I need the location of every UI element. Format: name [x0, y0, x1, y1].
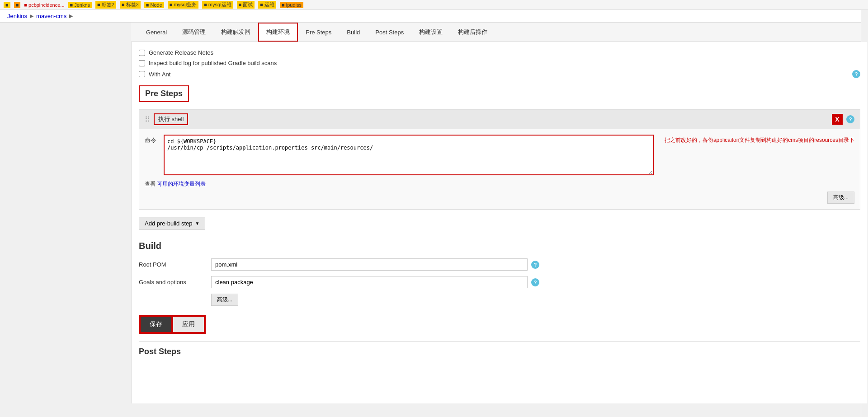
tab-general[interactable]: General: [138, 24, 175, 41]
shell-title-text: 执行 shell: [154, 113, 188, 125]
breadcrumb-sep-1: ▶: [30, 13, 33, 19]
bookmark-item[interactable]: ■ 面试: [237, 1, 255, 9]
build-section: Build Root POM ? Goals and options ? 高级.…: [139, 241, 860, 306]
breadcrumb-sep-2: ▶: [69, 13, 73, 19]
tab-bar: General 源码管理 构建触发器 构建环境 Pre Steps Build …: [131, 23, 868, 42]
dropdown-arrow-icon: ▼: [195, 221, 200, 226]
inspect-build-log-checkbox[interactable]: [139, 60, 145, 66]
env-link-prefix: 查看: [145, 181, 156, 187]
breadcrumb: Jenkins ▶ maven-cms ▶: [0, 10, 868, 23]
bookmark-item[interactable]: ■ mysql运维: [202, 1, 233, 9]
tab-source[interactable]: 源码管理: [175, 23, 213, 41]
bookmark-item[interactable]: ■ pcbpincidence...: [24, 2, 64, 8]
breadcrumb-jenkins[interactable]: Jenkins: [7, 13, 27, 19]
bookmark-item[interactable]: ■ mysql业务: [168, 1, 198, 9]
tab-trigger[interactable]: 构建触发器: [213, 23, 258, 41]
build-section-title: Build: [139, 241, 860, 251]
pre-steps-section: Pre Steps ⠿ 执行 shell X ? 命令 cd ${WORKSPA…: [139, 85, 860, 230]
close-shell-button[interactable]: X: [832, 114, 843, 125]
command-textarea-wrapper: cd ${WORKSPACE} /usr/bin/cp /scripts/app…: [164, 135, 654, 177]
pre-steps-title: Pre Steps: [139, 85, 189, 102]
shell-header: ⠿ 执行 shell X ?: [139, 110, 860, 129]
bookmark-item[interactable]: ■ 运维: [258, 1, 276, 9]
bookmark-item[interactable]: ■ Jenkns: [68, 2, 92, 8]
add-pre-build-step-button[interactable]: Add pre-build step ▼: [139, 217, 205, 230]
goals-input[interactable]: [211, 276, 528, 288]
root-pom-label: Root POM: [139, 261, 211, 268]
build-advanced-button[interactable]: 高级...: [211, 294, 238, 306]
checkbox-row-3: With Ant ?: [139, 70, 860, 78]
post-steps-title: Post Steps: [139, 341, 860, 356]
command-textarea[interactable]: cd ${WORKSPACE} /usr/bin/cp /scripts/app…: [164, 135, 654, 175]
goals-row: Goals and options ?: [139, 276, 860, 288]
goals-label: Goals and options: [139, 279, 211, 286]
tab-postbuild[interactable]: 构建后操作: [450, 23, 495, 41]
tab-settings[interactable]: 构建设置: [411, 23, 450, 41]
tab-poststeps[interactable]: Post Steps: [368, 24, 411, 41]
env-link-row: 查看 可用的环境变量列表: [145, 180, 854, 188]
with-ant-help-icon[interactable]: ?: [852, 70, 860, 78]
goals-help-icon[interactable]: ?: [531, 278, 539, 286]
root-pom-row: Root POM ?: [139, 258, 860, 271]
with-ant-checkbox[interactable]: [139, 71, 145, 77]
shell-block: ⠿ 执行 shell X ? 命令 cd ${WORKSPACE} /usr/b…: [139, 109, 860, 210]
generate-release-notes-label: Generate Release Notes: [149, 49, 213, 56]
apply-button[interactable]: 应用: [172, 316, 205, 333]
checkbox-row-1: Generate Release Notes: [139, 49, 860, 56]
generate-release-notes-checkbox[interactable]: [139, 50, 145, 56]
bottom-buttons: 保存 应用: [140, 316, 205, 333]
breadcrumb-maven-cms[interactable]: maven-cms: [36, 13, 66, 19]
with-ant-label: With Ant: [149, 71, 170, 78]
add-step-label: Add pre-build step: [145, 220, 193, 227]
tab-env[interactable]: 构建环境: [258, 23, 298, 42]
shell-body: 命令 cd ${WORKSPACE} /usr/bin/cp /scripts/…: [139, 129, 860, 209]
bookmark-item[interactable]: ■: [14, 2, 21, 8]
save-button[interactable]: 保存: [140, 316, 172, 333]
bookmarks-bar: ■ ■ ■ pcbpincidence... ■ Jenkns ■ 标签2 ■ …: [0, 0, 868, 10]
bookmark-item[interactable]: ■: [4, 2, 10, 8]
command-label: 命令: [145, 135, 158, 145]
bookmark-item[interactable]: ■ Node: [144, 2, 164, 8]
root-pom-help-icon[interactable]: ?: [531, 261, 539, 269]
shell-advanced-button[interactable]: 高级...: [827, 192, 854, 204]
bookmark-item[interactable]: ■ 标签3: [120, 1, 141, 9]
bookmark-item[interactable]: ■ 标签2: [95, 1, 116, 9]
shell-help-icon[interactable]: ?: [846, 115, 854, 123]
root-pom-input[interactable]: [211, 258, 528, 271]
tab-presteps[interactable]: Pre Steps: [298, 24, 339, 41]
command-comment: 把之前改好的，备份applicaiton文件复制到构建好的cms项目的resou…: [665, 135, 854, 144]
env-variables-link[interactable]: 可用的环境变量列表: [157, 181, 206, 187]
build-env-section: Generate Release Notes Inspect build log…: [139, 49, 860, 78]
shell-title: ⠿ 执行 shell: [145, 113, 188, 125]
drag-icon[interactable]: ⠿: [145, 115, 150, 124]
tab-build[interactable]: Build: [339, 24, 368, 41]
checkbox-row-2: Inspect build log for published Gradle b…: [139, 60, 860, 66]
command-row: 命令 cd ${WORKSPACE} /usr/bin/cp /scripts/…: [145, 135, 854, 177]
bookmark-item[interactable]: ■ ipudiss: [280, 2, 303, 8]
content-area: Generate Release Notes Inspect build log…: [131, 42, 868, 403]
inspect-build-log-label: Inspect build log for published Gradle b…: [149, 60, 277, 66]
